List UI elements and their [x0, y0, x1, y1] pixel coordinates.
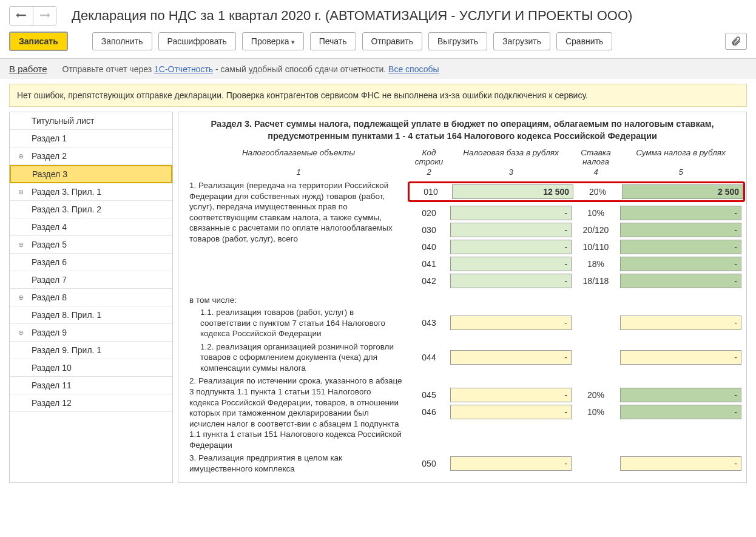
sidebar-item-7[interactable]: Раздел 5: [10, 236, 172, 254]
col-sub-5: 5: [620, 167, 741, 177]
sidebar-item-14[interactable]: Раздел 10: [10, 359, 172, 377]
row-desc-2: 2. Реализация по истечении срока, указан…: [189, 376, 408, 450]
grid-header: Налогооблагаемые объекты Код строки Нало…: [189, 148, 735, 166]
sidebar-item-1[interactable]: Раздел 1: [10, 130, 172, 147]
col-sub-2: 2: [408, 167, 450, 177]
row-043-code: 043: [408, 318, 450, 328]
row-046-tax[interactable]: -: [620, 405, 741, 419]
col-head-4: Ставка налога: [572, 148, 620, 166]
inter-label-1: в том числе:: [189, 296, 735, 305]
col-sub-3: 3: [450, 167, 572, 177]
row-desc-1: 1. Реализация (передача на территории Ро…: [189, 180, 408, 291]
sidebar-item-10[interactable]: Раздел 8: [10, 289, 172, 306]
row-030-tax[interactable]: -: [620, 223, 741, 237]
status-bar: В работе Отправьте отчет через 1С-Отчетн…: [0, 59, 756, 79]
row-044-desc: 1.2. реализация организацией розничной т…: [189, 342, 408, 374]
row-044-tax[interactable]: -: [620, 350, 741, 365]
row-040-code: 040: [408, 242, 450, 252]
compare-button[interactable]: Сравнить: [556, 32, 612, 50]
export-button[interactable]: Выгрузить: [428, 32, 487, 50]
row-045-code: 045: [408, 390, 450, 400]
grid-subheader: 1 2 3 4 5: [189, 167, 735, 177]
col-head-1: Налогооблагаемые объекты: [189, 148, 408, 166]
row-042-rate: 18/118: [572, 276, 620, 286]
row-045-base[interactable]: -: [450, 388, 572, 402]
nav-back-button[interactable]: 🠔: [10, 7, 33, 25]
row-050-code: 050: [408, 459, 450, 468]
toolbar: Записать Заполнить Расшифровать Проверка…: [0, 29, 756, 59]
sidebar-item-15[interactable]: Раздел 11: [10, 377, 172, 394]
nav-arrows: 🠔 🠖: [9, 6, 56, 25]
row-041-tax[interactable]: -: [620, 257, 741, 271]
row-010-highlight: 010 12 500 20% 2 500: [408, 181, 745, 202]
write-button[interactable]: Записать: [9, 32, 68, 51]
row-044-base[interactable]: -: [450, 350, 572, 365]
info-stripe: Нет ошибок, препятствующих отправке декл…: [9, 84, 747, 107]
check-button[interactable]: Проверка: [242, 32, 304, 50]
sidebar-item-4[interactable]: Раздел 3. Прил. 1: [10, 183, 172, 201]
row-046-code: 046: [408, 407, 450, 417]
row-042-base[interactable]: -: [450, 274, 572, 288]
send-button[interactable]: Отправить: [362, 32, 422, 50]
row-050-base[interactable]: -: [450, 456, 572, 471]
row-043-base[interactable]: -: [450, 316, 572, 330]
link-1c-report[interactable]: 1С-Отчетность: [154, 64, 213, 74]
col-sub-1: 1: [189, 167, 408, 177]
status-text: Отправьте отчет через 1С-Отчетность - са…: [62, 64, 439, 74]
fill-button[interactable]: Заполнить: [92, 32, 152, 50]
row-040-base[interactable]: -: [450, 240, 572, 254]
section-title: Раздел 3. Расчет суммы налога, подлежаще…: [189, 118, 735, 142]
sidebar-item-11[interactable]: Раздел 8. Прил. 1: [10, 306, 172, 324]
row-045-rate: 20%: [572, 390, 620, 400]
row-010-tax[interactable]: 2 500: [622, 184, 743, 199]
row-030-rate: 20/120: [572, 225, 620, 235]
attach-button[interactable]: [725, 33, 747, 50]
print-button[interactable]: Печать: [310, 32, 356, 50]
row-010-code: 010: [410, 187, 452, 197]
import-button[interactable]: Загрузить: [493, 32, 550, 50]
sidebar-item-9[interactable]: Раздел 7: [10, 271, 172, 289]
row-041-rate: 18%: [572, 259, 620, 269]
row-010-rate: 20%: [573, 187, 622, 197]
row-046-rate: 10%: [572, 407, 620, 417]
row-043-desc: 1.1. реализация товаров (работ, услуг) в…: [189, 307, 408, 339]
row-045-tax[interactable]: -: [620, 388, 741, 402]
row-020-tax[interactable]: -: [620, 206, 741, 220]
col-head-5: Сумма налога в рублях: [620, 148, 741, 166]
sidebar-item-12[interactable]: Раздел 9: [10, 324, 172, 342]
row-040-tax[interactable]: -: [620, 240, 741, 254]
row-010-base[interactable]: 12 500: [452, 184, 573, 199]
sidebar-item-5[interactable]: Раздел 3. Прил. 2: [10, 201, 172, 218]
row-043-tax[interactable]: -: [620, 316, 741, 330]
link-all-methods[interactable]: Все способы: [388, 64, 439, 74]
row-030-code: 030: [408, 225, 450, 235]
row-020-base[interactable]: -: [450, 206, 572, 220]
row-041-base[interactable]: -: [450, 257, 572, 271]
paperclip-icon: [731, 36, 741, 47]
page-title: Декларация по НДС за 1 квартал 2020 г. (…: [72, 8, 632, 24]
row-030-base[interactable]: -: [450, 223, 572, 237]
sidebar-item-2[interactable]: Раздел 2: [10, 147, 172, 165]
sidebar: Титульный листРаздел 1Раздел 2Раздел 3Ра…: [9, 112, 173, 483]
content-pane: Раздел 3. Расчет суммы налога, подлежаще…: [178, 112, 747, 483]
row-020-rate: 10%: [572, 208, 620, 218]
row-042-tax[interactable]: -: [620, 274, 741, 288]
col-head-2: Код строки: [408, 148, 450, 166]
sidebar-item-0[interactable]: Титульный лист: [10, 112, 172, 130]
sidebar-item-6[interactable]: Раздел 4: [10, 218, 172, 236]
status-middle: - самый удобный способ сдачи отчетности.: [213, 64, 388, 74]
status-prefix: Отправьте отчет через: [62, 64, 154, 74]
sidebar-item-8[interactable]: Раздел 6: [10, 254, 172, 271]
sidebar-item-3[interactable]: Раздел 3: [10, 165, 172, 183]
row-042-code: 042: [408, 276, 450, 286]
row-050-tax[interactable]: -: [620, 456, 741, 471]
decode-button[interactable]: Расшифровать: [158, 32, 236, 50]
col-sub-4: 4: [572, 167, 620, 177]
status-state-link[interactable]: В работе: [9, 64, 47, 74]
row-046-base[interactable]: -: [450, 405, 572, 419]
row-050-desc: 3. Реализация предприятия в целом как им…: [189, 453, 408, 474]
sidebar-item-16[interactable]: Раздел 12: [10, 394, 172, 412]
sidebar-item-13[interactable]: Раздел 9. Прил. 1: [10, 342, 172, 359]
nav-forward-button[interactable]: 🠖: [33, 7, 56, 25]
row-040-rate: 10/110: [572, 242, 620, 252]
